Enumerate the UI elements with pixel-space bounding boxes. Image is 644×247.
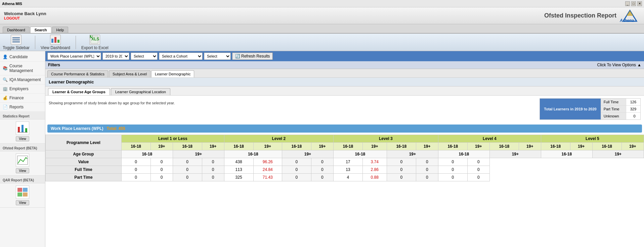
l2-19p-1-header: 19+ [253, 143, 282, 150]
sidebar-item-reports[interactable]: 📄 Reports [0, 103, 45, 112]
age-group-l1-left: 16-18 [121, 150, 173, 158]
age-group-l4-left: 16-18 [438, 150, 489, 158]
sidebar-item-iqa-management[interactable]: 🔍 IQA Management [0, 75, 45, 84]
year-dropdown[interactable]: 2019 to 20... [102, 52, 129, 60]
svg-rect-18 [17, 156, 28, 165]
finance-icon: 💰 [3, 96, 8, 100]
cell-8: 4 [333, 174, 362, 181]
age-group-l2-left: 16-18 [224, 150, 282, 158]
cell-13: 0 [467, 174, 489, 181]
stats-row-unknown: Unknown 0 [601, 113, 640, 119]
tab-geographical-location[interactable]: Learner Geographical Location [111, 88, 170, 95]
age-group-l3-left: 16-18 [333, 150, 387, 158]
minimize-button[interactable]: _ [625, 1, 630, 6]
cell-2: 0 [173, 166, 202, 174]
tab-course-performance[interactable]: Course Performance & Statistics [47, 70, 108, 77]
l1-1618-header: 16-18 [121, 143, 151, 150]
app-header: Welcome Back Lynn LOGOUT Ofsted Inspecti… [0, 7, 644, 24]
row-label-value: Value [46, 158, 122, 166]
learner-type-dropdown[interactable]: Work Place Learner (WPL) [47, 52, 101, 60]
svg-text:A: A [620, 18, 623, 23]
cell-5: 96.26 [253, 158, 282, 166]
qar-report-section-title: QAR Report (BETA) [0, 176, 45, 183]
reports-icon: 📄 [3, 105, 8, 109]
l1-1618-2-header: 16-18 [173, 143, 202, 150]
select-dropdown-1[interactable]: Select [131, 52, 158, 60]
cell-9: 3.74 [362, 158, 387, 166]
l4-1618-header: 16-18 [438, 143, 467, 150]
wpl-title: Work Place Learners (WPL) [51, 126, 103, 131]
wpl-total: Total: 455 [107, 126, 125, 131]
inner-tabs: Learner & Course Age Groups Learner Geog… [45, 86, 644, 96]
l5-19p-1-header: 19+ [570, 143, 592, 150]
svg-rect-22 [23, 192, 28, 197]
employers-icon: 🏢 [3, 86, 8, 91]
tab-dashboard[interactable]: Dashboard [3, 27, 30, 33]
qar-report-view-button[interactable]: View [16, 200, 29, 205]
level1-header: Level 1 or Less [121, 135, 224, 143]
toolbar-divider-2 [76, 36, 76, 49]
age-group-l1-right: 19+ [173, 150, 224, 158]
iqa-management-icon: 🔍 [3, 77, 8, 82]
export-excel-button[interactable]: XLS X Export to Excel [81, 35, 109, 50]
sidebar-label-candidate: Candidate [9, 55, 28, 59]
close-button[interactable]: ✕ [637, 1, 642, 6]
cell-1: 0 [151, 174, 173, 181]
sidebar-item-course-management[interactable]: 📚 Course Management [0, 62, 45, 75]
app-branding: Ofsted Inspection Report A thena [544, 9, 640, 23]
sidebar-item-finance[interactable]: 💰 Finance [0, 94, 45, 103]
nav-tabs: Dashboard Search Help [0, 24, 644, 34]
unknown-label: Unknown [601, 113, 626, 119]
view-dashboard-icon [50, 35, 61, 45]
parttime-label: Part Time [601, 106, 626, 112]
qar-report-icon [16, 185, 29, 199]
tab-learner-demographic[interactable]: Learner Demographic [151, 70, 194, 77]
window-controls[interactable]: _ □ ✕ [625, 1, 642, 6]
sidebar-item-employers[interactable]: 🏢 Employers [0, 84, 45, 94]
tab-subject-area[interactable]: Subject Area & Level [109, 70, 151, 77]
table-row: Value000043896.2600173.740000 [46, 158, 644, 166]
svg-rect-16 [25, 128, 27, 132]
cell-11: 0 [416, 166, 438, 174]
sidebar-item-candidate[interactable]: 👤 Candidate [0, 52, 45, 62]
tab-age-groups[interactable]: Learner & Course Age Groups [48, 88, 110, 95]
view-options-label: Click To View Options [597, 63, 636, 67]
maximize-button[interactable]: □ [631, 1, 636, 6]
l1-19p-2-header: 19+ [202, 143, 224, 150]
athena-logo-icon: A thena [620, 9, 640, 23]
logout-link[interactable]: LOGOUT [4, 16, 46, 20]
cell-6: 0 [282, 158, 311, 166]
cell-4: 113 [224, 166, 253, 174]
age-group-l2-right: 19+ [282, 150, 333, 158]
tab-search[interactable]: Search [30, 27, 51, 33]
view-dashboard-button[interactable]: View Dashboard [41, 35, 70, 50]
l3-19p-2-header: 19+ [416, 143, 438, 150]
tab-help[interactable]: Help [52, 27, 69, 33]
toggle-sidebar-button[interactable]: Toggle Sidebar [3, 35, 30, 50]
svg-rect-21 [17, 192, 22, 197]
cohort-dropdown[interactable]: Select a Cohort [159, 52, 203, 60]
select-dropdown-2[interactable]: Select [204, 52, 231, 60]
course-management-icon: 📚 [3, 66, 8, 71]
cell-12: 0 [438, 166, 467, 174]
cell-7: 0 [311, 158, 333, 166]
cell-1: 0 [151, 166, 173, 174]
statistics-report-view-button[interactable]: View [16, 136, 29, 141]
stats-box-values: Full Time 126 Part Time 329 Unknown 0 [601, 99, 640, 119]
cell-12: 0 [438, 158, 467, 166]
view-options-button[interactable]: Click To View Options ▲ [597, 63, 642, 67]
sidebar-label-finance: Finance [9, 96, 24, 100]
user-info: Welcome Back Lynn LOGOUT [4, 11, 46, 20]
l2-1618-2-header: 16-18 [282, 143, 311, 150]
toolbar: Toggle Sidebar View Dashboard XLS X Expo… [0, 34, 644, 51]
level3-header: Level 3 [333, 135, 438, 143]
refresh-results-button[interactable]: 🔄 Refresh Results [232, 52, 273, 60]
toggle-sidebar-label: Toggle Sidebar [3, 45, 30, 50]
cell-11: 0 [416, 174, 438, 181]
ofsted-report-view-button[interactable]: View [16, 168, 29, 173]
description-text: Showing programme of study break down by… [49, 98, 536, 105]
fulltime-value: 126 [626, 99, 640, 105]
qar-report-item: View [0, 183, 45, 208]
view-dashboard-label: View Dashboard [41, 45, 70, 50]
l5-19p-2-header: 19+ [621, 143, 644, 150]
